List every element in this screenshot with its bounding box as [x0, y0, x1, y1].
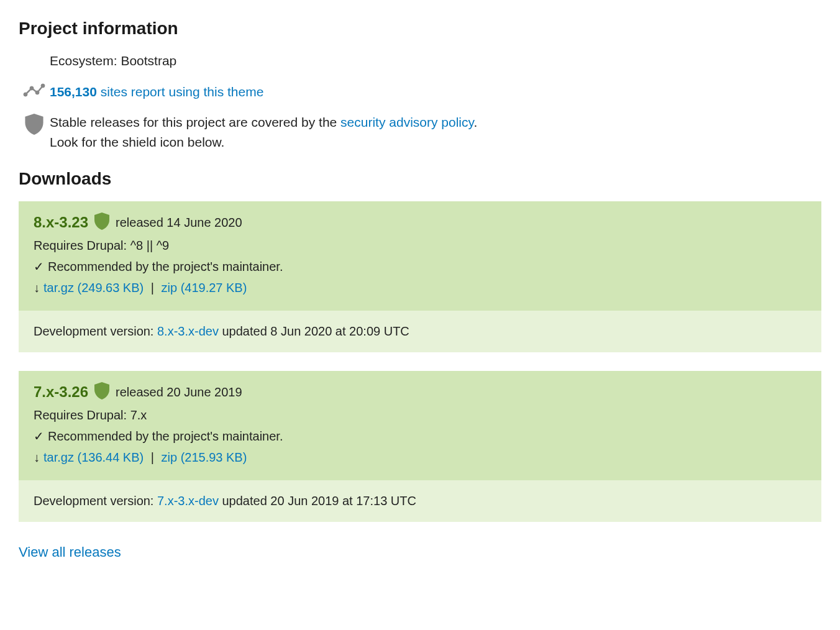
zip-download-link[interactable]: zip (215.93 KB): [162, 450, 247, 464]
ecosystem-row: Ecosystem: Bootstrap: [19, 51, 821, 71]
recommended-line: ✓Recommended by the project's maintainer…: [34, 257, 806, 276]
release-block: 8.x-3.23 released 14 June 2020 Requires …: [19, 201, 821, 352]
security-text-2: .: [473, 115, 477, 129]
separator: |: [147, 450, 157, 464]
shield-icon: [94, 212, 109, 232]
download-arrow-icon: ↓: [34, 448, 40, 467]
usage-text: sites report using this theme: [97, 84, 263, 99]
dev-updated: updated 8 Jun 2020 at 20:09 UTC: [219, 324, 409, 338]
security-text-3: Look for the shield icon below.: [50, 135, 224, 149]
dev-version-link[interactable]: 8.x-3.x-dev: [157, 324, 219, 338]
dev-version-row: Development version: 7.x-3.x-dev updated…: [19, 480, 821, 522]
release-block: 7.x-3.26 released 20 June 2019 Requires …: [19, 371, 821, 522]
shield-icon: [19, 112, 50, 135]
check-icon: ✓: [34, 257, 44, 276]
chart-icon: [19, 82, 50, 97]
release-version-link[interactable]: 8.x-3.23: [34, 214, 88, 231]
downloads-heading: Downloads: [19, 169, 821, 189]
security-row: Stable releases for this project are cov…: [19, 112, 821, 152]
ecosystem-value: Bootstrap: [121, 53, 176, 68]
targz-download-link[interactable]: tar.gz (249.63 KB): [43, 281, 144, 294]
release-version-link[interactable]: 7.x-3.26: [34, 383, 88, 401]
requires-line: Requires Drupal: ^8 || ^9: [34, 236, 806, 255]
shield-icon: [94, 382, 109, 402]
dev-updated: updated 20 Jun 2019 at 17:13 UTC: [219, 494, 416, 508]
download-arrow-icon: ↓: [34, 278, 40, 297]
usage-count: 156,130: [50, 84, 97, 99]
usage-row: 156,130 sites report using this theme: [19, 82, 821, 102]
security-policy-link[interactable]: security advisory policy: [340, 115, 473, 129]
check-icon: ✓: [34, 427, 44, 445]
recommended-line: ✓Recommended by the project's maintainer…: [34, 427, 806, 445]
separator: |: [147, 281, 157, 294]
project-info-heading: Project information: [19, 19, 821, 39]
zip-download-link[interactable]: zip (419.27 KB): [162, 281, 247, 294]
security-text-1: Stable releases for this project are cov…: [50, 115, 340, 129]
release-date: released 20 June 2019: [116, 385, 242, 399]
dev-version-link[interactable]: 7.x-3.x-dev: [157, 494, 219, 508]
requires-line: Requires Drupal: 7.x: [34, 406, 806, 424]
dev-version-label: Development version:: [34, 324, 157, 338]
release-date: released 14 June 2020: [116, 216, 242, 230]
dev-version-row: Development version: 8.x-3.x-dev updated…: [19, 311, 821, 352]
targz-download-link[interactable]: tar.gz (136.44 KB): [43, 450, 144, 464]
usage-link[interactable]: 156,130 sites report using this theme: [50, 84, 263, 99]
view-all-releases-link[interactable]: View all releases: [19, 544, 121, 560]
ecosystem-label: Ecosystem:: [50, 53, 121, 68]
dev-version-label: Development version:: [34, 494, 157, 508]
